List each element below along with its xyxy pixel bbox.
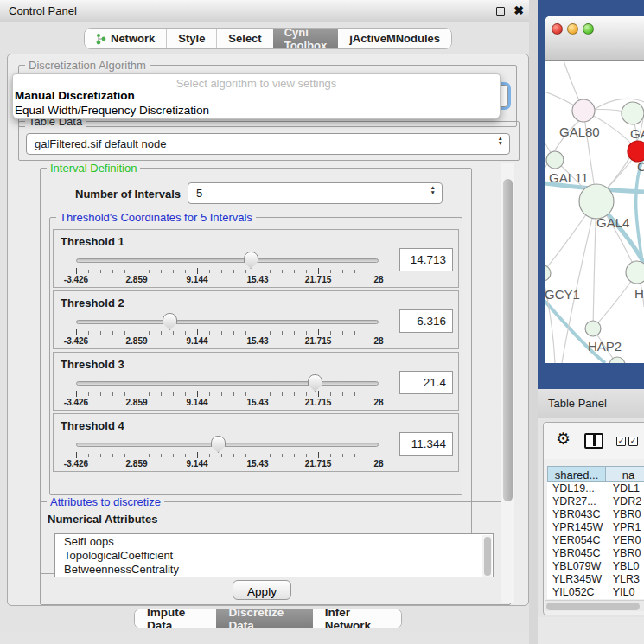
slider-handle[interactable] (308, 374, 322, 392)
network-node-h[interactable] (626, 261, 644, 284)
cell-shared-name[interactable]: YBR045C (547, 547, 606, 560)
cell-name[interactable]: YLR3 (606, 573, 644, 586)
slider-handle[interactable] (163, 313, 177, 330)
table-row[interactable]: YBR043CYBR0 (547, 508, 644, 521)
table-row[interactable]: YPR145WYPR1 (547, 521, 644, 534)
cell-name[interactable]: YDL1 (606, 482, 644, 495)
cell-name[interactable]: YER0 (606, 534, 644, 547)
attributes-scrollbar-thumb[interactable] (484, 537, 491, 576)
table-header-shared-name[interactable]: shared... (547, 466, 606, 482)
cell-shared-name[interactable]: YIL052C (547, 586, 606, 599)
content-scrollbar[interactable] (501, 163, 514, 603)
attribute-item[interactable]: SelfLoops (55, 534, 493, 548)
table-row[interactable]: YLR345WYLR3 (547, 573, 644, 586)
cell-shared-name[interactable]: YDL19... (547, 482, 606, 495)
close-icon[interactable]: ✖ (513, 3, 524, 17)
slider-track[interactable] (76, 381, 379, 386)
attribute-item[interactable]: BetweennessCentrality (55, 562, 493, 576)
network-node-gal80[interactable] (572, 99, 595, 122)
network-canvas[interactable]: GAL80GACGAL11GAL4GCY1HHAP2 (545, 61, 644, 363)
tick-label: 2.859 (125, 275, 147, 284)
tick-mark (342, 270, 343, 273)
slider-handle[interactable] (244, 252, 258, 269)
number-of-intervals-combobox[interactable]: 5 ▲▼ (188, 182, 443, 204)
table-horizontal-scrollbar-thumb[interactable] (546, 603, 640, 610)
slider-handle[interactable] (211, 436, 226, 453)
tab-discretize-data[interactable]: Discretize Data (216, 609, 312, 628)
tab-network[interactable]: Network (85, 29, 166, 48)
cell-name[interactable]: YPR1 (606, 521, 644, 534)
network-node[interactable] (609, 357, 625, 363)
cell-name[interactable]: YBR0 (606, 547, 644, 560)
cell-shared-name[interactable]: YER054C (547, 534, 606, 547)
tab-select[interactable]: Select (216, 29, 272, 48)
table-data-combobox[interactable]: galFiltered.sif default node ▲▼ (26, 133, 510, 155)
content-scrollbar-thumb[interactable] (503, 179, 513, 501)
network-node-label: GCY1 (545, 287, 580, 302)
table-row[interactable]: YDR27...YDR2 (547, 495, 644, 508)
tab-impute-data[interactable]: Impute Data (135, 609, 216, 628)
mac-close-button[interactable] (552, 23, 563, 35)
gear-icon[interactable]: ⚙ (556, 429, 571, 449)
cell-name[interactable]: YBL0 (606, 560, 644, 573)
tick-mark (367, 331, 367, 335)
mac-minimize-button[interactable] (567, 23, 578, 35)
network-node-ga[interactable] (622, 102, 644, 124)
network-view-window: GAL80GACGAL11GAL4GCY1HHAP2 (538, 0, 644, 389)
algorithm-hint-item[interactable]: Select algorithm to view settings (13, 77, 500, 90)
slider-ticks (76, 391, 379, 398)
cell-name[interactable]: YBR0 (606, 508, 644, 521)
cell-shared-name[interactable]: YBL079W (547, 560, 606, 573)
table-row[interactable]: YER054CYER0 (547, 534, 644, 547)
table-row[interactable]: YIL052CYIL0 (547, 586, 644, 599)
checkbox-select-all-icon[interactable]: ✓ (628, 437, 638, 446)
tick-mark (245, 392, 246, 396)
table-horizontal-scrollbar[interactable] (545, 600, 644, 611)
tick-mark (88, 392, 89, 396)
cell-shared-name[interactable]: YLR345W (547, 573, 606, 586)
network-window-titlebar[interactable] (545, 16, 644, 61)
cell-name[interactable]: YIL0 (606, 586, 644, 599)
cell-name[interactable]: YDR2 (606, 495, 644, 508)
split-pane-divider[interactable] (529, 0, 538, 644)
tick-label: 21.715 (305, 275, 332, 284)
mac-zoom-button[interactable] (583, 23, 594, 35)
table-data-value: galFiltered.sif default node (35, 137, 166, 150)
cell-shared-name[interactable]: YDR27... (547, 495, 606, 508)
table-header-name[interactable]: na (606, 466, 644, 482)
attributes-scrollbar[interactable] (482, 535, 492, 577)
algorithm-option-1[interactable]: Manual Discretization (15, 89, 135, 102)
tab-cyni-toolbox[interactable]: Cyni Toolbox (273, 29, 339, 48)
network-node-gcy1[interactable] (545, 265, 551, 281)
slider-track[interactable] (76, 258, 379, 263)
tick-mark (124, 270, 125, 273)
tick-mark (318, 391, 319, 397)
threshold-value-field[interactable]: 14.713 (399, 248, 453, 271)
algorithm-option-2[interactable]: Equal Width/Frequency Discretization (15, 104, 209, 117)
table-row[interactable]: YDL19...YDL1 (547, 482, 644, 495)
apply-button[interactable]: Apply (233, 580, 291, 600)
threshold-value-field[interactable]: 21.4 (399, 371, 453, 394)
tab-style[interactable]: Style (166, 29, 216, 48)
threshold-value-field[interactable]: 6.316 (399, 309, 453, 333)
cell-shared-name[interactable]: YPR145W (547, 521, 606, 534)
threshold-value-field[interactable]: 11.344 (399, 432, 453, 456)
columns-icon[interactable] (584, 433, 603, 449)
table-row[interactable]: YBR045CYBR0 (547, 547, 644, 560)
network-node-gal4[interactable] (579, 184, 614, 219)
network-node-label: GAL11 (549, 170, 589, 185)
tick-mark (76, 268, 77, 274)
tick-mark (306, 392, 307, 396)
slider-track[interactable] (76, 320, 379, 324)
checkbox-select-icon[interactable]: ✓ (616, 437, 626, 446)
tab-jactivemnodules[interactable]: jActiveMNodules (338, 29, 451, 48)
float-window-icon[interactable] (496, 7, 505, 16)
tab-infer-network[interactable]: Infer Network (313, 609, 401, 628)
slider-track[interactable] (76, 443, 379, 447)
attribute-item[interactable]: TopologicalCoefficient (55, 548, 493, 562)
table-row[interactable]: YBL079WYBL0 (547, 560, 644, 573)
slider-tick-labels: -3.4262.8599.14415.4321.71528 (76, 459, 379, 469)
network-node-gal11[interactable] (546, 151, 564, 169)
network-node-hap2[interactable] (585, 321, 601, 336)
cell-shared-name[interactable]: YBR043C (547, 508, 606, 521)
